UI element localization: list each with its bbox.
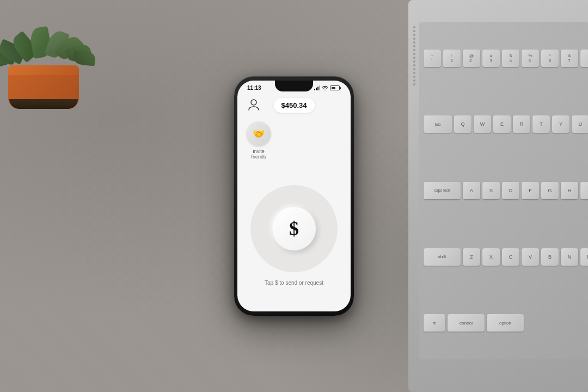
key-5[interactable]: %5: [522, 50, 539, 67]
key-1[interactable]: !1: [443, 50, 461, 67]
keyboard-row-2: tab Q W E R T Y U I O P: [424, 93, 588, 157]
key-t[interactable]: T: [532, 115, 550, 133]
key-h[interactable]: H: [561, 182, 578, 199]
key-c[interactable]: C: [502, 248, 519, 266]
signal-icon: [314, 86, 320, 90]
invite-section[interactable]: 🤝 Invite friends: [246, 121, 342, 160]
leaf: [73, 50, 96, 66]
keyboard-row-4: shift Z X C V B N M: [424, 225, 588, 289]
laptop-body: ~` !1 @2 #3 $4 %5 ^6 &7 *8 (9 )0 tab Q W…: [408, 0, 588, 392]
key-e[interactable]: E: [493, 115, 511, 133]
key-tilde[interactable]: ~`: [424, 50, 441, 67]
balance-display: $450.34: [274, 98, 315, 113]
key-6[interactable]: ^6: [541, 50, 559, 67]
invite-label: Invite friends: [246, 149, 271, 160]
key-a[interactable]: A: [463, 182, 480, 199]
main-circle-area: $ Tap $ to send or request: [246, 168, 342, 303]
keyboard-row-3: caps lock A S D F G H J K L: [424, 158, 588, 223]
key-s[interactable]: S: [482, 182, 500, 199]
dollar-button[interactable]: $: [272, 207, 316, 250]
key-option[interactable]: option: [487, 314, 524, 332]
tap-instruction: Tap $ to send or request: [265, 280, 323, 286]
status-time: 11:13: [247, 85, 261, 91]
key-r[interactable]: R: [513, 115, 530, 133]
pot-soil: [9, 99, 78, 109]
key-u[interactable]: U: [572, 115, 588, 133]
plant-pot: [8, 65, 79, 109]
app-content: $450.34 🤝 Invite friends $ Tap $ to send…: [237, 93, 351, 311]
wifi-icon: [322, 85, 328, 91]
key-shift[interactable]: shift: [424, 248, 461, 266]
key-tab[interactable]: tab: [424, 115, 452, 133]
key-w[interactable]: W: [474, 115, 491, 133]
keyboard-row-5: fn control option: [424, 291, 588, 355]
key-4[interactable]: $4: [502, 50, 519, 67]
key-2[interactable]: @2: [463, 50, 480, 67]
status-icons: [314, 85, 341, 91]
key-n[interactable]: N: [561, 248, 578, 266]
key-m[interactable]: M: [580, 248, 588, 266]
phone-notch: [275, 81, 313, 91]
avatar-button[interactable]: [246, 97, 261, 113]
key-z[interactable]: Z: [463, 248, 480, 266]
top-row: $450.34: [246, 97, 342, 113]
phone: 11:13: [234, 76, 354, 316]
key-capslock[interactable]: caps lock: [424, 182, 461, 199]
person-icon: [248, 99, 259, 111]
key-q[interactable]: Q: [454, 115, 471, 133]
speaker-grille: [412, 22, 417, 359]
key-y[interactable]: Y: [552, 115, 569, 133]
key-v[interactable]: V: [522, 248, 539, 266]
plant: [0, 0, 98, 109]
key-control[interactable]: control: [448, 314, 485, 332]
keyboard: ~` !1 @2 #3 $4 %5 ^6 &7 *8 (9 )0 tab Q W…: [419, 22, 588, 359]
keyboard-row-1: ~` !1 @2 #3 $4 %5 ^6 &7 *8 (9 )0: [424, 26, 588, 90]
key-8[interactable]: *8: [580, 50, 588, 67]
outer-circle: $: [250, 185, 338, 272]
invite-icon: 🤝: [246, 121, 271, 146]
svg-point-0: [251, 100, 256, 105]
key-d[interactable]: D: [502, 182, 519, 199]
key-3[interactable]: #3: [482, 50, 500, 67]
key-j[interactable]: J: [580, 182, 588, 199]
battery-icon: [330, 85, 341, 90]
key-x[interactable]: X: [482, 248, 500, 266]
phone-screen: 11:13: [237, 81, 351, 311]
key-fn[interactable]: fn: [424, 314, 445, 332]
key-7[interactable]: &7: [561, 50, 578, 67]
key-f[interactable]: F: [522, 182, 539, 199]
laptop: ~` !1 @2 #3 $4 %5 ^6 &7 *8 (9 )0 tab Q W…: [403, 0, 588, 392]
key-g[interactable]: G: [541, 182, 559, 199]
key-b[interactable]: B: [541, 248, 559, 266]
